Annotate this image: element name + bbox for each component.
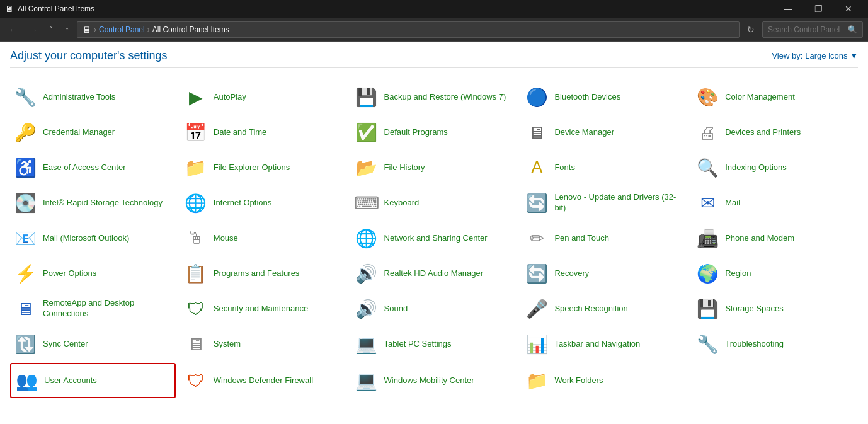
item-icon: 💽 xyxy=(14,192,37,214)
cp-item-power-options[interactable]: ⚡Power Options xyxy=(10,257,176,290)
cp-item-speech-recognition[interactable]: 🎤Speech Recognition xyxy=(522,292,687,325)
cp-item-ease-of-access-center[interactable]: ♿Ease of Access Center xyxy=(10,151,176,184)
item-icon: 📁 xyxy=(525,369,548,392)
cp-item-tablet-pc-settings[interactable]: 💻Tablet PC Settings xyxy=(351,328,517,360)
item-icon: 🎤 xyxy=(525,297,548,320)
item-icon: 🔄 xyxy=(525,262,548,285)
cp-item-pen-and-touch[interactable]: ✏Pen and Touch xyxy=(522,222,687,255)
titlebar: 🖥 All Control Panel Items — ❐ ✕ xyxy=(0,0,868,18)
item-icon: 🖨 xyxy=(696,121,719,144)
cp-item-mouse[interactable]: 🖱Mouse xyxy=(181,222,346,255)
cp-item-storage-spaces[interactable]: 💾Storage Spaces xyxy=(692,292,858,325)
item-icon: 🌐 xyxy=(355,227,378,249)
item-label: Color Management xyxy=(725,92,795,103)
item-label: Indexing Options xyxy=(725,163,787,173)
cp-item-bluetooth-devices[interactable]: 🔵Bluetooth Devices xyxy=(522,81,687,113)
cp-item-device-manager[interactable]: 🖥Device Manager xyxy=(522,116,687,149)
cp-item-user-accounts[interactable]: 👥User Accounts xyxy=(10,363,176,398)
item-icon: 📠 xyxy=(696,227,719,249)
refresh-button[interactable]: ↻ xyxy=(743,22,758,37)
cp-item-fonts[interactable]: AFonts xyxy=(522,151,687,184)
cp-item-sync-center[interactable]: 🔃Sync Center xyxy=(10,328,176,360)
cp-item-lenovo-update-and-drivers-32-bit-[interactable]: 🔄Lenovo - Update and Drivers (32-bit) xyxy=(522,186,687,219)
cp-item-indexing-options[interactable]: 🔍Indexing Options xyxy=(692,151,858,184)
item-icon: 🔃 xyxy=(14,333,37,355)
maximize-button[interactable]: ❐ xyxy=(804,0,833,18)
item-icon: 📧 xyxy=(14,227,37,249)
cp-item-autoplay[interactable]: ▶AutoPlay xyxy=(181,81,346,113)
breadcrumb-control-panel[interactable]: Control Panel xyxy=(99,25,145,34)
item-icon: 🌐 xyxy=(185,192,207,214)
cp-item-keyboard[interactable]: ⌨Keyboard xyxy=(351,186,517,219)
item-label: Sync Center xyxy=(43,339,88,350)
back-button[interactable]: ← xyxy=(5,22,21,37)
cp-item-intel-rapid-storage-technology[interactable]: 💽Intel® Rapid Storage Technology xyxy=(10,186,176,219)
close-button[interactable]: ✕ xyxy=(834,0,863,18)
item-icon: 🔊 xyxy=(355,297,378,320)
titlebar-controls[interactable]: — ❐ ✕ xyxy=(774,0,863,18)
cp-item-mail[interactable]: ✉Mail xyxy=(692,186,858,219)
item-label: Recovery xyxy=(554,268,589,279)
item-label: Ease of Access Center xyxy=(43,163,126,173)
cp-item-internet-options[interactable]: 🌐Internet Options xyxy=(181,186,346,219)
item-icon: ⌨ xyxy=(355,192,378,214)
item-label: RemoteApp and Desktop Connections xyxy=(43,298,172,319)
cp-item-file-history[interactable]: 📂File History xyxy=(351,151,517,184)
item-icon: 🔑 xyxy=(14,121,37,144)
item-icon: ♿ xyxy=(14,156,37,179)
item-icon: ✅ xyxy=(355,121,378,144)
cp-item-recovery[interactable]: 🔄Recovery xyxy=(522,257,687,290)
forward-button[interactable]: → xyxy=(25,22,42,37)
breadcrumb-home-icon: 🖥 xyxy=(83,25,91,35)
items-grid: 🔧Administrative Tools▶AutoPlay💾Backup an… xyxy=(10,81,858,398)
cp-item-remoteapp-and-desktop-connections[interactable]: 🖥RemoteApp and Desktop Connections xyxy=(10,292,176,325)
cp-item-security-and-maintenance[interactable]: 🛡Security and Maintenance xyxy=(181,292,346,325)
item-icon: 📊 xyxy=(525,333,548,355)
cp-item-file-explorer-options[interactable]: 📁File Explorer Options xyxy=(181,151,346,184)
item-icon: ✉ xyxy=(696,192,719,214)
dropdown-button[interactable]: ˅ xyxy=(45,22,57,37)
cp-item-devices-and-printers[interactable]: 🖨Devices and Printers xyxy=(692,116,858,149)
cp-item-color-management[interactable]: 🎨Color Management xyxy=(692,81,858,113)
item-icon: 🖱 xyxy=(185,227,207,249)
cp-item-phone-and-modem[interactable]: 📠Phone and Modem xyxy=(692,222,858,255)
item-label: Intel® Rapid Storage Technology xyxy=(43,198,163,209)
item-label: Storage Spaces xyxy=(725,304,784,314)
item-label: File History xyxy=(384,163,425,173)
cp-item-windows-defender-firewall[interactable]: 🛡Windows Defender Firewall xyxy=(181,363,346,398)
view-by-control[interactable]: View by: Large icons ▼ xyxy=(772,51,858,60)
item-label: Backup and Restore (Windows 7) xyxy=(384,92,506,103)
item-label: File Explorer Options xyxy=(214,163,290,173)
cp-item-realtek-hd-audio-manager[interactable]: 🔊Realtek HD Audio Manager xyxy=(351,257,517,290)
item-label: Phone and Modem xyxy=(725,233,794,244)
cp-item-date-and-time[interactable]: 📅Date and Time xyxy=(181,116,346,149)
cp-item-administrative-tools[interactable]: 🔧Administrative Tools xyxy=(10,81,176,113)
cp-item-troubleshooting[interactable]: 🔧Troubleshooting xyxy=(692,328,858,360)
up-button[interactable]: ↑ xyxy=(61,22,73,37)
cp-item-region[interactable]: 🌍Region xyxy=(692,257,858,290)
item-icon: 🖥 xyxy=(525,121,548,144)
item-label: Troubleshooting xyxy=(725,339,784,350)
cp-item-network-and-sharing-center[interactable]: 🌐Network and Sharing Center xyxy=(351,222,517,255)
cp-item-taskbar-and-navigation[interactable]: 📊Taskbar and Navigation xyxy=(522,328,687,360)
item-label: Keyboard xyxy=(384,198,420,209)
cp-item-default-programs[interactable]: ✅Default Programs xyxy=(351,116,517,149)
minimize-button[interactable]: — xyxy=(774,0,802,18)
cp-item-programs-and-features[interactable]: 📋Programs and Features xyxy=(181,257,346,290)
item-label: Mail (Microsoft Outlook) xyxy=(43,233,129,244)
search-bar[interactable]: 🔍 xyxy=(762,21,863,38)
cp-item-credential-manager[interactable]: 🔑Credential Manager xyxy=(10,116,176,149)
view-by-value[interactable]: Large icons ▼ xyxy=(805,51,858,60)
cp-item-sound[interactable]: 🔊Sound xyxy=(351,292,517,325)
item-label: System xyxy=(214,339,241,350)
item-label: Security and Maintenance xyxy=(214,304,308,314)
cp-item-backup-and-restore-windows-7-[interactable]: 💾Backup and Restore (Windows 7) xyxy=(351,81,517,113)
item-label: Windows Mobility Center xyxy=(384,375,474,386)
cp-item-windows-mobility-center[interactable]: 💻Windows Mobility Center xyxy=(351,363,517,398)
item-label: Work Folders xyxy=(554,375,603,386)
cp-item-system[interactable]: 🖥System xyxy=(181,328,346,360)
cp-item-work-folders[interactable]: 📁Work Folders xyxy=(522,363,687,398)
search-input[interactable] xyxy=(768,25,848,34)
cp-item-mail-microsoft-outlook-[interactable]: 📧Mail (Microsoft Outlook) xyxy=(10,222,176,255)
main-panel: Adjust your computer's settings View by:… xyxy=(0,42,868,424)
